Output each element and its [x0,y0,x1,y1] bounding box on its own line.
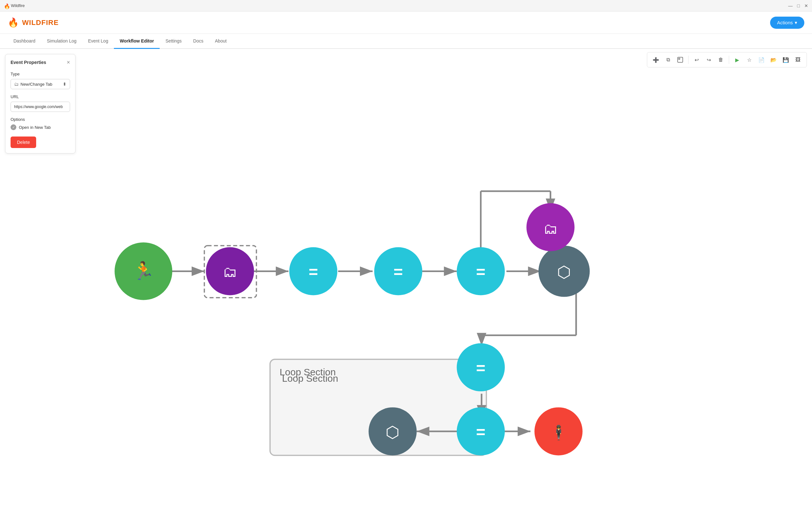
favorite-button[interactable]: ☆ [744,54,755,65]
tab-simulation-log[interactable]: Simulation Log [41,34,82,49]
open-new-tab-label: Open in New Tab [19,125,51,130]
export-image-button[interactable]: 🖼 [792,54,803,65]
svg-rect-0 [678,57,683,62]
group-icon [677,57,683,63]
teal3-icon: = [476,263,485,281]
copy-node-button[interactable]: ⧉ [663,54,673,65]
dark-cursor-right-icon: ⬡ [557,263,571,281]
new-file-button[interactable]: 📄 [756,54,767,65]
teal5-icon: = [476,423,485,441]
group-nodes-button[interactable] [675,54,686,65]
tab-about[interactable]: About [209,34,233,49]
save-button[interactable]: 💾 [780,54,791,65]
loop-section-text: Loop Section [282,373,338,384]
logo: 🔥 WILDFIRE [8,17,59,28]
type-select-value: New/Change Tab [21,82,63,87]
url-field-group: URL [10,94,70,112]
tab-settings[interactable]: Settings [160,34,188,49]
maximize-button[interactable]: □ [797,3,800,8]
open-file-button[interactable]: 📂 [768,54,779,65]
type-select[interactable]: 🗂 New/Change Tab ⬍ [10,79,70,89]
nav-tabs: Dashboard Simulation Log Event Log Workf… [0,34,812,49]
delete-button[interactable]: Delete [10,136,36,148]
svg-rect-1 [679,58,680,59]
titlebar: 🔥 Wildfire — □ ✕ [0,0,812,11]
selected-tab-icon: 🗂 [223,264,237,280]
select-chevron-icon: ⬍ [63,82,67,87]
toolbar-separator-2 [729,56,729,64]
actions-chevron-icon: ▾ [795,20,797,26]
panel-title: Event Properties [10,60,46,65]
red-end-icon: 🕴 [550,424,568,441]
undo-button[interactable]: ↩ [691,54,702,65]
open-new-tab-checkbox[interactable] [10,124,16,130]
app-icon: 🔥 [4,3,9,8]
play-button[interactable]: ▶ [732,54,743,65]
canvas-toolbar: ➕ ⧉ ↩ ↪ 🗑 ▶ ☆ 📄 📂 💾 🖼 [647,52,807,68]
event-properties-panel: Event Properties × Type 🗂 New/Change Tab… [5,54,76,154]
toolbar-separator-1 [688,56,689,64]
options-section: Options Open in New Tab [10,117,70,130]
type-field-group: Type 🗂 New/Change Tab ⬍ [10,72,70,89]
tab-icon: 🗂 [14,82,18,87]
tab-event-log[interactable]: Event Log [82,34,114,49]
tab-docs[interactable]: Docs [188,34,209,49]
open-new-tab-checkbox-row: Open in New Tab [10,124,70,130]
canvas-area: ➕ ⧉ ↩ ↪ 🗑 ▶ ☆ 📄 📂 💾 🖼 [81,49,812,507]
workflow-canvas[interactable]: Loop Section [86,71,807,504]
purple-top-icon: 🗂 [543,221,558,237]
options-label: Options [10,117,70,122]
start-node-icon: 🏃 [132,260,155,281]
flame-icon: 🔥 [8,17,19,28]
actions-button[interactable]: Actions ▾ [770,16,804,29]
header: 🔥 WILDFIRE Actions ▾ [0,11,812,34]
logo-text: WILDFIRE [22,18,59,27]
type-label: Type [10,72,70,76]
titlebar-title: Wildfire [11,3,788,8]
teal2-icon: = [393,263,403,281]
url-label: URL [10,94,70,99]
main-content: Event Properties × Type 🗂 New/Change Tab… [0,49,812,507]
minimize-button[interactable]: — [788,3,793,8]
teal4-icon: = [476,359,485,377]
panel-header: Event Properties × [10,59,70,65]
dark-cursor-loop-icon: ⬡ [386,423,399,441]
add-node-button[interactable]: ➕ [650,54,661,65]
delete-node-button[interactable]: 🗑 [716,54,726,65]
redo-button[interactable]: ↪ [703,54,714,65]
actions-label: Actions [777,20,793,25]
window-controls: — □ ✕ [788,3,808,8]
tab-dashboard[interactable]: Dashboard [8,34,41,49]
panel-close-button[interactable]: × [67,59,70,65]
close-button[interactable]: ✕ [804,3,808,8]
teal1-icon: = [309,263,318,281]
tab-workflow-editor[interactable]: Workflow Editor [114,34,160,49]
url-input[interactable] [10,102,70,112]
